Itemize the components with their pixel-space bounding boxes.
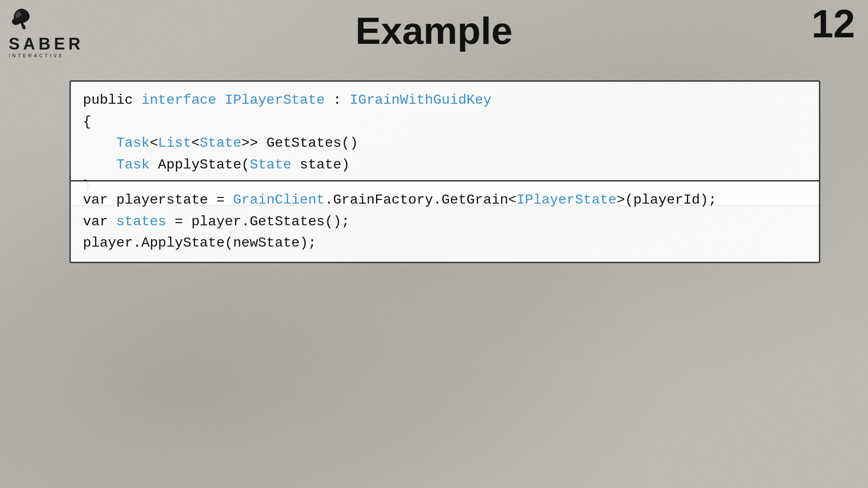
- code-text: [216, 92, 224, 108]
- type-iplayerstate2: IPlayerState: [517, 192, 617, 208]
- type-state1: State: [200, 135, 241, 151]
- logo-sub: INTERACTIVE: [9, 53, 78, 58]
- type-grainclient: GrainClient: [233, 192, 325, 208]
- code-line-2-3: player.ApplyState(newState);: [83, 232, 807, 254]
- type-task2: Task: [116, 157, 150, 173]
- code-line-1-3: Task<List<State>> GetStates(): [83, 132, 807, 154]
- code-line-1-2: {: [83, 111, 807, 133]
- type-list: List: [158, 135, 191, 151]
- code-colon: :: [325, 92, 350, 108]
- code-line-1-1: public interface IPlayerState : IGrainWi…: [83, 89, 807, 111]
- type-igrainwithguidkey: IGrainWithGuidKey: [350, 92, 492, 108]
- kw-public: public: [83, 92, 141, 108]
- type-task1: Task: [116, 135, 150, 151]
- code-line-2-2: var states = player.GetStates();: [83, 211, 807, 233]
- code-line-1-4: Task ApplyState(State state): [83, 154, 807, 176]
- kw-interface: interface: [141, 92, 216, 108]
- code-block-2: var playerstate = GrainClient.GrainFacto…: [69, 180, 820, 263]
- type-iplayerstate: IPlayerState: [224, 92, 324, 108]
- type-state2: State: [250, 157, 291, 173]
- code-line-2-1: var playerstate = GrainClient.GrainFacto…: [83, 189, 807, 211]
- kw-states: states: [116, 214, 166, 230]
- page-title: Example: [0, 9, 868, 53]
